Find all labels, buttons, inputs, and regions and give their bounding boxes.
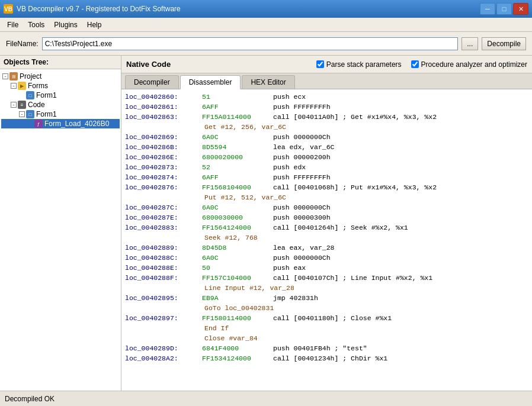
sidebar: Objects Tree: -⊞Project-▶Forms□Form1-≡Co… <box>0 56 121 391</box>
code-instruction: jmp 402831h <box>273 293 318 303</box>
code-comment-line: Seek #12, 768 <box>121 233 532 243</box>
code-line: loc_00402874:6AFFpush FFFFFFFFh <box>121 172 532 182</box>
code-bytes: 6A0C <box>202 202 273 212</box>
titlebar: VB VB Decompiler v9.7 - Registered to Do… <box>0 0 532 18</box>
right-panel: Native Code Parse stack parameters Proce… <box>121 56 532 391</box>
code-address: loc_0040286E: <box>125 152 202 162</box>
code-bytes: 6A0C <box>202 253 273 263</box>
code-address: loc_0040289D: <box>125 343 202 353</box>
code-line: loc_00402860:51push ecx <box>121 92 532 102</box>
code-bytes: FF1564124000 <box>202 223 273 233</box>
folder-icon: ▶ <box>18 82 26 90</box>
code-address: loc_0040288C: <box>125 253 202 263</box>
objects-tree[interactable]: -⊞Project-▶Forms□Form1-≡Code-□Form1ƒForm… <box>0 69 121 391</box>
procedure-analyzer-checkbox[interactable] <box>411 60 419 68</box>
tree-item[interactable]: -□Form1 <box>1 109 120 119</box>
code-bytes: 6800030000 <box>202 212 273 223</box>
maximize-button[interactable]: □ <box>496 3 512 15</box>
code-address: loc_00402895: <box>125 293 202 303</box>
code-instruction: push 0000000Ch <box>273 202 331 212</box>
tree-item[interactable]: □Form1 <box>1 91 120 100</box>
code-instruction: push 0000000Ch <box>273 132 331 142</box>
tab-hex-editor[interactable]: HEX Editor <box>242 75 294 89</box>
code-address: loc_00402863: <box>125 112 202 122</box>
tree-item-label: Project <box>20 72 41 80</box>
tab-decompiler[interactable]: Decompiler <box>125 75 179 89</box>
sidebar-header: Objects Tree: <box>0 56 121 69</box>
code-instruction: push 0000000Ch <box>273 253 331 263</box>
tree-expand-icon[interactable]: - <box>11 83 17 89</box>
code-instruction: call [00401264h] ; Seek #%x2, %x1 <box>273 223 408 233</box>
minimize-button[interactable]: ─ <box>480 3 495 15</box>
menu-tools[interactable]: Tools <box>23 20 49 30</box>
code-line: loc_0040287E:6800030000push 00000300h <box>121 212 532 223</box>
code-address: loc_00402861: <box>125 102 202 112</box>
close-button[interactable]: ✕ <box>513 3 528 15</box>
tree-expand-icon[interactable]: - <box>11 102 17 108</box>
code-comment-line: Close #var_84 <box>121 333 532 343</box>
code-line: loc_0040288E:50push eax <box>121 263 532 273</box>
browse-button[interactable]: ... <box>462 37 478 50</box>
code-bytes: FF1534124000 <box>202 353 273 363</box>
code-instruction: lea edx, var_6C <box>273 142 335 152</box>
tree-item-label: Forms <box>28 82 48 90</box>
code-address: loc_00402874: <box>125 172 202 182</box>
statusbar: Decompiled OK <box>0 391 532 406</box>
code-line: loc_00402861:6AFFpush FFFFFFFFh <box>121 102 532 112</box>
code-bytes: 51 <box>202 92 273 102</box>
tree-item[interactable]: -▶Forms <box>1 81 120 91</box>
tab-disassembler[interactable]: Disassembler <box>180 75 241 89</box>
menu-help[interactable]: Help <box>82 20 107 30</box>
func-icon: ƒ <box>34 120 43 128</box>
form-icon: □ <box>26 91 34 99</box>
titlebar-left: VB VB Decompiler v9.7 - Registered to Do… <box>4 4 181 14</box>
filename-input[interactable] <box>42 37 459 50</box>
menu-file[interactable]: File <box>2 20 23 30</box>
decompile-button[interactable]: Decompile <box>482 37 526 50</box>
code-bytes: 52 <box>202 162 273 172</box>
code-line: loc_0040288F:FF157C104000call [0040107Ch… <box>121 273 532 283</box>
code-area[interactable]: loc_00402860:51push ecxloc_00402861:6AFF… <box>121 89 532 391</box>
code-address: loc_0040287E: <box>125 212 202 223</box>
code-address: loc_00402876: <box>125 182 202 192</box>
tree-item[interactable]: ƒForm_Load_4026B0 <box>1 119 120 128</box>
code-line: loc_00402873:52push edx <box>121 162 532 172</box>
project-icon: ⊞ <box>9 72 18 80</box>
tree-item-label: Form_Load_4026B0 <box>44 120 109 128</box>
code-instruction: call [00401234h] ; ChDir %x1 <box>273 353 387 363</box>
code-line: loc_00402883:FF1564124000call [00401264h… <box>121 223 532 233</box>
code-instruction: call [0040107Ch] ; Line Input #%x2, %x1 <box>273 273 432 283</box>
code-address: loc_00402873: <box>125 162 202 172</box>
code-address: loc_004028A2: <box>125 353 202 363</box>
code-line: loc_0040286B:8D5594lea edx, var_6C <box>121 142 532 152</box>
menu-plugins[interactable]: Plugins <box>49 20 82 30</box>
parse-stack-label: Parse stack parameters <box>316 60 402 69</box>
code-comment-line: Put #12, 512, var_6C <box>121 192 532 202</box>
code-address: loc_00402897: <box>125 313 202 323</box>
code-address: loc_0040287C: <box>125 202 202 212</box>
parse-stack-checkbox[interactable] <box>316 60 324 68</box>
code-line: loc_00402897:FF1580114000call [00401180h… <box>121 313 532 323</box>
code-address: loc_00402869: <box>125 132 202 142</box>
panel-title: Native Code <box>126 60 171 69</box>
code-bytes: 50 <box>202 263 273 273</box>
tree-expand-icon[interactable]: - <box>19 111 25 117</box>
titlebar-buttons: ─ □ ✕ <box>480 3 528 15</box>
code-line: loc_00402869:6A0Cpush 0000000Ch <box>121 132 532 142</box>
tab-bar: DecompilerDisassemblerHEX Editor <box>121 73 532 89</box>
code-icon: ≡ <box>18 101 26 109</box>
code-line: loc_0040286E:6800020000push 00000200h <box>121 152 532 162</box>
tree-item[interactable]: -⊞Project <box>1 72 120 81</box>
code-instruction: push 00000200h <box>273 152 331 162</box>
procedure-analyzer-label: Procedure analyzer and optimizer <box>411 60 527 69</box>
tree-item[interactable]: -≡Code <box>1 100 120 109</box>
status-text: Decompiled OK <box>5 395 55 403</box>
code-bytes: 6AFF <box>202 102 273 112</box>
code-address: loc_00402889: <box>125 243 202 253</box>
tree-expand-icon[interactable]: - <box>2 73 8 79</box>
toolbar: FileName: ... Decompile <box>0 32 532 56</box>
code-instruction: push 00000300h <box>273 212 331 223</box>
tree-item-label: Form1 <box>36 110 57 118</box>
code-comment-line: Line Input #12, var_28 <box>121 283 532 293</box>
code-bytes: 6800020000 <box>202 152 273 162</box>
